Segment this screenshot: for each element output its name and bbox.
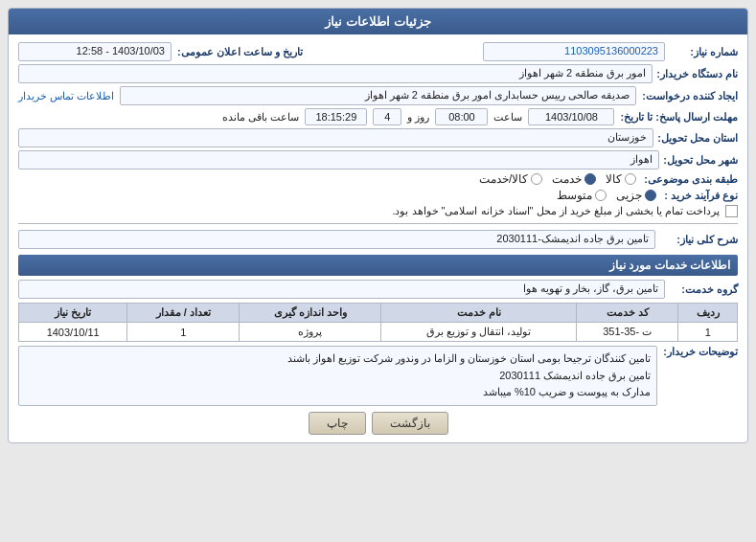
radio-service-icon: [584, 173, 596, 185]
cell-unit: پروژه: [240, 323, 381, 342]
day-label: روز و: [407, 111, 429, 124]
cell-qty: 1: [127, 323, 240, 342]
service-title-label: شرح کلی نیاز:: [661, 234, 738, 246]
cell-name: تولید، انتقال و توزیع برق: [381, 323, 576, 342]
page-header: جزئیات اطلاعات نیاز: [9, 9, 747, 34]
need-number-label: شماره نیاز:: [671, 46, 738, 58]
table-row: 1 ت -35-351 تولید، انتقال و توزیع برق پر…: [19, 323, 738, 342]
radio-medium-label: متوسط: [557, 189, 592, 202]
delivery-city-value: اهواز: [18, 150, 659, 169]
category-option-both[interactable]: کالا/خدمت: [479, 172, 542, 186]
time-value: 08:00: [435, 108, 488, 125]
col-qty: تعداد / مقدار: [127, 304, 240, 323]
payment-checkbox-label: پرداخت تمام یا بخشی از مبلغ خرید از محل …: [392, 205, 720, 217]
cell-date: 1403/10/11: [19, 323, 127, 342]
creator-label: ایجاد کننده درخواست:: [642, 90, 738, 102]
time-label: ساعت: [493, 111, 522, 124]
remaining-value: 18:15:29: [305, 108, 367, 125]
notes-line2: تامین برق جاده اندیمشک 2030111: [25, 368, 651, 385]
col-unit: واحد اندازه گیری: [240, 304, 381, 323]
response-deadline-label: مهلت ارسال پاسخ: تا تاریخ:: [620, 111, 738, 124]
remaining-label: ساعت باقی مانده: [222, 111, 299, 124]
purchase-type-radio-group: جزیی متوسط: [557, 189, 656, 202]
date-field: 1403/10/08: [528, 108, 614, 125]
service-description-value: تامین برق جاده اندیمشک-2030111: [18, 230, 655, 249]
col-row: ردیف: [678, 304, 738, 323]
delivery-province-value: خوزستان: [18, 128, 653, 147]
radio-both-icon: [531, 173, 542, 185]
radio-both-label: کالا/خدمت: [479, 172, 528, 186]
day-value: 4: [373, 108, 401, 125]
back-button[interactable]: بازگشت: [372, 412, 448, 435]
service-info-header: اطلاعات خدمات مورد نیاز: [18, 255, 738, 276]
col-code: کد خدمت: [576, 304, 678, 323]
need-number-value: 1103095136000223: [483, 42, 665, 61]
notes-section: توضیحات خریدار: تامین کنندگان ترجیحا بوم…: [18, 346, 738, 406]
purchase-type-label: نوع فرآیند خرید :: [664, 190, 738, 202]
category-label: طبقه بندی موضوعی:: [644, 173, 738, 186]
category-option-goods[interactable]: کالا: [606, 172, 636, 186]
purchase-medium[interactable]: متوسط: [557, 189, 607, 202]
service-group-value: تامین برق، گاز، بخار و تهویه هوا: [18, 280, 665, 299]
purchase-partial[interactable]: جزیی: [616, 189, 656, 202]
delivery-province-label: استان محل تحویل:: [657, 132, 738, 145]
service-group-label: گروه خدمت:: [671, 283, 738, 296]
col-date: تاریخ نیاز: [19, 304, 127, 323]
datetime-label: تاریخ و ساعت اعلان عمومی:: [177, 46, 303, 58]
delivery-city-label: شهر محل تحویل:: [663, 154, 738, 167]
category-radio-group: کالا خدمت کالا/خدمت: [479, 172, 636, 186]
radio-partial-label: جزیی: [616, 189, 642, 202]
radio-service-label: خدمت: [552, 172, 582, 186]
category-option-service[interactable]: خدمت: [552, 172, 596, 186]
notes-label: توضیحات خریدار:: [663, 346, 738, 358]
buyer-org-value: امور برق منطقه 2 شهر اهواز: [18, 64, 653, 83]
radio-partial-icon: [645, 190, 656, 201]
contact-link[interactable]: اطلاعات تماس خریدار: [18, 90, 114, 102]
notes-line3: مدارک به پیوست و ضریب 10% میباشد: [25, 384, 651, 401]
service-table: ردیف کد خدمت نام خدمت واحد اندازه گیری ت…: [18, 303, 738, 342]
radio-goods-icon: [625, 173, 636, 185]
radio-goods-label: کالا: [606, 172, 622, 186]
notes-line1: تامین کنندگان ترجیحا بومی استان خوزستان …: [25, 350, 651, 368]
col-name: نام خدمت: [381, 304, 576, 323]
action-buttons: بازگشت چاپ: [18, 412, 738, 435]
header-title: جزئیات اطلاعات نیاز: [325, 14, 430, 29]
cell-code: ت -35-351: [576, 323, 678, 342]
buyer-org-label: نام دستگاه خریدار:: [656, 68, 738, 80]
cell-row: 1: [678, 323, 738, 342]
datetime-value: 1403/10/03 - 12:58: [18, 42, 172, 61]
radio-medium-icon: [595, 190, 607, 201]
print-button[interactable]: چاپ: [309, 412, 366, 435]
creator-value: صدیقه صالحی رییس حسابداری امور برق منطقه…: [120, 86, 636, 105]
payment-checkbox[interactable]: [725, 205, 738, 217]
notes-content: تامین کنندگان ترجیحا بومی استان خوزستان …: [18, 346, 657, 406]
